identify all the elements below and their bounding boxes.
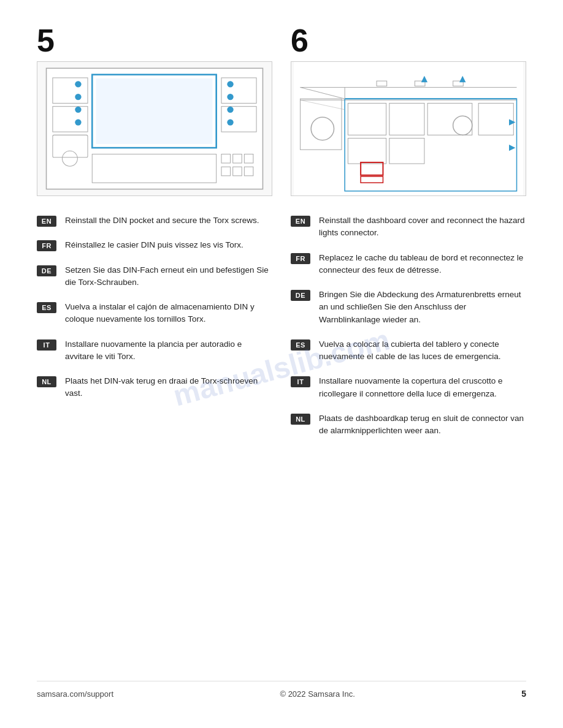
instruction-text-5-fr: Réinstallez le casier DIN puis vissez le… [65, 239, 243, 251]
lang-badge-5-de: DE [37, 265, 56, 276]
step-5-image [37, 61, 272, 196]
step-5-instructions: EN Reinstall the DIN pocket and secure t… [37, 214, 272, 681]
instruction-5-es: ES Vuelva a instalar el cajón de almacen… [37, 301, 272, 326]
lang-badge-6-fr: FR [291, 253, 310, 264]
diagrams-row: 5 [37, 25, 526, 196]
svg-point-14 [75, 94, 81, 100]
svg-rect-8 [96, 78, 212, 144]
svg-point-10 [227, 94, 233, 100]
step-5-number: 5 [37, 25, 272, 56]
instruction-6-nl: NL Plaats de dashboardkap terug en sluit… [291, 412, 526, 438]
lang-badge-6-it: IT [291, 376, 310, 387]
instruction-text-6-de: Bringen Sie die Abdeckung des Armaturenb… [319, 289, 526, 326]
lang-badge-6-en: EN [291, 216, 310, 227]
step-6-svg [291, 62, 526, 195]
svg-point-11 [227, 107, 233, 113]
step-6-instructions: EN Reinstall the dashboard cover and rec… [291, 214, 526, 681]
svg-point-15 [75, 107, 81, 113]
step-6-block: 6 [291, 25, 526, 196]
lang-badge-5-en: EN [37, 216, 56, 227]
instruction-5-nl: NL Plaats het DIN-vak terug en draai de … [37, 375, 272, 400]
footer-copyright: © 2022 Samsara Inc. [280, 689, 354, 699]
svg-point-13 [75, 81, 81, 87]
instruction-text-6-es: Vuelva a colocar la cubierta del tablero… [319, 338, 526, 363]
instruction-text-6-fr: Replacez le cache du tableau de bord et … [319, 252, 526, 277]
instruction-5-it: IT Installare nuovamente la plancia per … [37, 338, 272, 363]
lang-badge-6-nl: NL [291, 414, 310, 425]
page-layout: 5 [37, 25, 526, 699]
lang-badge-5-es: ES [37, 302, 56, 313]
instruction-text-5-it: Installare nuovamente la plancia per aut… [65, 338, 272, 363]
instruction-5-en: EN Reinstall the DIN pocket and secure t… [37, 214, 272, 227]
instruction-6-en: EN Reinstall the dashboard cover and rec… [291, 214, 526, 240]
instruction-6-de: DE Bringen Sie die Abdeckung des Armatur… [291, 289, 526, 326]
instruction-text-5-de: Setzen Sie das DIN-Fach erneut ein und b… [65, 264, 272, 289]
lang-badge-5-it: IT [37, 339, 56, 351]
svg-point-9 [227, 81, 233, 87]
step-5-svg [37, 62, 272, 195]
lang-badge-5-nl: NL [37, 376, 56, 387]
instruction-text-6-nl: Plaats de dashboardkap terug en sluit de… [319, 412, 526, 438]
svg-point-16 [75, 119, 81, 125]
footer: samsara.com/support © 2022 Samsara Inc. … [37, 681, 526, 699]
instruction-6-fr: FR Replacez le cache du tableau de bord … [291, 252, 526, 277]
lang-badge-6-es: ES [291, 339, 310, 351]
instruction-6-es: ES Vuelva a colocar la cubierta del tabl… [291, 338, 526, 363]
instructions-row: EN Reinstall the DIN pocket and secure t… [37, 214, 526, 681]
step-6-image [291, 61, 526, 196]
svg-point-12 [227, 119, 233, 125]
footer-page: 5 [521, 689, 526, 699]
instruction-5-fr: FR Réinstallez le casier DIN puis vissez… [37, 239, 272, 251]
instruction-text-5-es: Vuelva a instalar el cajón de almacenami… [65, 301, 272, 326]
instruction-6-it: IT Installare nuovamente la copertura de… [291, 375, 526, 400]
footer-url: samsara.com/support [37, 689, 113, 699]
instruction-5-de: DE Setzen Sie das DIN-Fach erneut ein un… [37, 264, 272, 289]
step-5-block: 5 [37, 25, 272, 196]
instruction-text-6-en: Reinstall the dashboard cover and reconn… [319, 214, 526, 240]
instruction-text-5-en: Reinstall the DIN pocket and secure the … [65, 214, 259, 227]
instruction-text-5-nl: Plaats het DIN-vak terug en draai de Tor… [65, 375, 272, 400]
lang-badge-6-de: DE [291, 290, 310, 301]
svg-rect-24 [294, 62, 523, 195]
lang-badge-5-fr: FR [37, 240, 56, 251]
step-6-number: 6 [291, 25, 526, 56]
instruction-text-6-it: Installare nuovamente la copertura del c… [319, 375, 526, 400]
